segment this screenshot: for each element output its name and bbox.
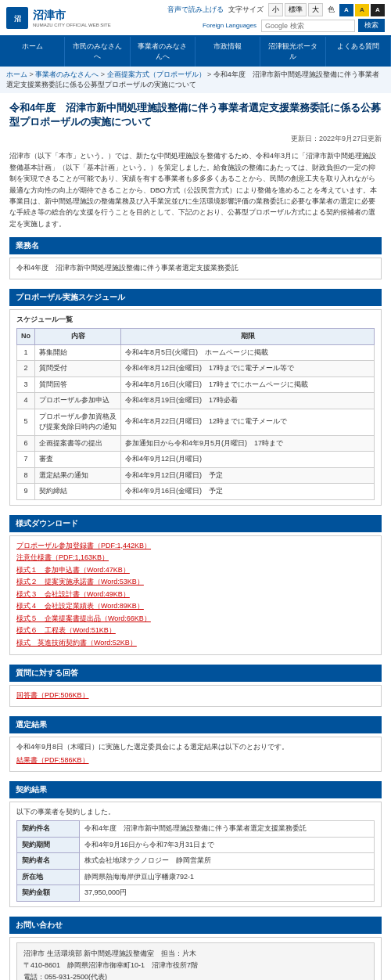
site-header: 沼 沼津市 NUMAZU CITY OFFICIAL WEB SITE 音声で読… bbox=[0, 0, 391, 37]
schedule-table: No 内容 期限 1 募集開始 令和4年8月5日(火曜日) ホームページに掲載 … bbox=[16, 328, 375, 500]
nav-faq[interactable]: よくある質問 bbox=[326, 37, 391, 67]
search-button[interactable]: 検索 bbox=[358, 19, 385, 32]
svg-text:沼: 沼 bbox=[14, 15, 21, 23]
download-item: プロポーザル参加登録書（PDF:1,442KB） bbox=[16, 541, 375, 552]
color-black-btn[interactable]: A bbox=[371, 4, 385, 16]
download-link[interactable]: 様式１ 参加申込書（Word:47KB） bbox=[16, 566, 130, 574]
qa-link[interactable]: 回答書（PDF:506KB） bbox=[16, 691, 89, 699]
cell-no: 3 bbox=[17, 377, 35, 393]
nav-city-info[interactable]: 市政情報 bbox=[196, 37, 260, 67]
color-buttons: A A A bbox=[339, 4, 385, 16]
font-size-buttons: 小 標準 大 bbox=[268, 3, 323, 16]
font-small-btn[interactable]: 小 bbox=[268, 3, 283, 16]
result-link-area: 結果書（PDF:586KB） bbox=[16, 755, 375, 766]
cell-date: 令和4年9月12日(月曜日) bbox=[121, 452, 375, 468]
contact-address: 沼津市 生活環境部 新中間処理施設整備室 担当：片木 bbox=[23, 948, 368, 960]
contract-value: 静岡県熱海海岸伊豆山字幡康792-1 bbox=[80, 869, 375, 885]
selection-text: 令和4年9月8日（木曜日）に実施した選定委員会による選定結果は以下のとおりです。 bbox=[16, 742, 375, 753]
download-link[interactable]: 様式６ 工程表（Word:51KB） bbox=[16, 626, 116, 634]
schedule-section: プロポーザル実施スケジュール スケジュール一覧 No 内容 期限 1 募集開始 … bbox=[9, 289, 382, 506]
contact-title: お問い合わせ bbox=[9, 917, 382, 934]
cell-no: 2 bbox=[17, 361, 35, 377]
breadcrumb-proposal[interactable]: 企画提案方式（プロポーザル） bbox=[107, 70, 206, 78]
color-blue-btn[interactable]: A bbox=[339, 4, 353, 16]
breadcrumb-business[interactable]: 事業者のみなさんへ bbox=[35, 70, 99, 78]
foreign-lang-link[interactable]: Foreign Languages bbox=[203, 22, 256, 29]
download-link[interactable]: プロポーザル参加登録書（PDF:1,442KB） bbox=[16, 542, 151, 549]
schedule-row: 3 質問回答 令和4年8月16日(火曜日) 17時までにホームページに掲載 bbox=[17, 377, 375, 393]
contract-row: 契約者名 株式会社地球テクノロジー 静岡営業所 bbox=[17, 853, 375, 870]
breadcrumb: ホーム > 事業者のみなさんへ > 企画提案方式（プロポーザル） > 令和4年度… bbox=[0, 67, 391, 93]
contract-label: 所在地 bbox=[17, 869, 80, 885]
contract-content: 以下の事業者を契約しました。 契約件名 令和4年度 沼津市新中間処理施設整備に伴… bbox=[9, 802, 382, 907]
selection-section: 選定結果 令和4年9月8日（木曜日）に実施した選定委員会による選定結果は以下のと… bbox=[9, 716, 382, 772]
nav-citizens[interactable]: 市民のみなさんへ bbox=[65, 37, 130, 67]
cell-date: 参加通知日から令和4年9月5月(月曜日) 17時まで bbox=[121, 435, 375, 452]
download-item: 様式２ 提案実施承諾書（Word:53KB） bbox=[16, 577, 375, 588]
nav-business[interactable]: 事業者のみなさんへ bbox=[131, 37, 196, 67]
breadcrumb-home[interactable]: ホーム bbox=[6, 70, 27, 78]
contact-box: 沼津市 生活環境部 新中間処理施設整備室 担当：片木 〒410-8601 静岡県… bbox=[16, 942, 375, 980]
cell-content: プロポーザル参加資格及び提案免除日時内の通知 bbox=[35, 409, 121, 435]
download-link[interactable]: 様式５ 企業提案書提出品（Word:66KB） bbox=[16, 614, 151, 622]
schedule-row: 8 選定結果の通知 令和4年9月12日(月曜日) 予定 bbox=[17, 467, 375, 484]
cell-content: 契約締結 bbox=[35, 484, 121, 500]
download-link[interactable]: 様式２ 提案実施承諾書（Word:53KB） bbox=[16, 578, 144, 585]
download-content: プロポーザル参加登録書（PDF:1,442KB）注意仕様書（PDF:1,163K… bbox=[9, 535, 382, 656]
cell-no: 6 bbox=[17, 435, 35, 452]
download-link[interactable]: 様式 英進技術契約書（Word:52KB） bbox=[16, 639, 137, 647]
contract-title: 契約結果 bbox=[9, 781, 382, 798]
nav-home[interactable]: ホーム bbox=[0, 37, 65, 67]
font-medium-btn[interactable]: 標準 bbox=[285, 3, 307, 16]
download-link[interactable]: 様式４ 会社設定業績表（Word:89KB） bbox=[16, 602, 144, 610]
contract-row: 契約件名 令和4年度 沼津市新中間処理施設整備に伴う事業者選定支援業務委託 bbox=[17, 821, 375, 838]
cell-content: 質問受付 bbox=[35, 361, 121, 377]
font-large-btn[interactable]: 大 bbox=[308, 3, 323, 16]
schedule-row: 9 契約締結 令和4年9月16日(金曜日) 予定 bbox=[17, 484, 375, 500]
result-link[interactable]: 結果書（PDF:586KB） bbox=[16, 756, 89, 764]
qa-title: 質問に対する回答 bbox=[9, 665, 382, 682]
contract-value: 株式会社地球テクノロジー 静岡営業所 bbox=[80, 853, 375, 870]
header-right: 音声で読み上げる 文字サイズ 小 標準 大 色 A A A Foreign La… bbox=[167, 3, 385, 32]
schedule-row: 6 企画提案書等の提出 参加通知日から令和4年9月5月(月曜日) 17時まで bbox=[17, 435, 375, 452]
nav-tourism[interactable]: 沼津観光ポータル bbox=[260, 37, 325, 67]
page-title: 令和4年度 沼津市新中間処理施設整備に伴う事業者選定支援業務委託に係る公募型プロ… bbox=[9, 101, 382, 129]
contract-value: 令和4年度 沼津市新中間処理施設整備に伴う事業者選定支援業務委託 bbox=[80, 821, 375, 838]
cell-date: 令和4年9月12日(月曜日) 予定 bbox=[121, 467, 375, 484]
download-item: 様式３ 会社設計書（Word:49KB） bbox=[16, 589, 375, 600]
site-logo-icon: 沼 bbox=[6, 7, 28, 29]
download-item: 様式５ 企業提案書提出品（Word:66KB） bbox=[16, 614, 375, 625]
contract-row: 所在地 静岡県熱海海岸伊豆山字幡康792-1 bbox=[17, 869, 375, 885]
voice-link[interactable]: 音声で読み上げる bbox=[167, 5, 224, 15]
cell-date: 令和4年9月16日(金曜日) 予定 bbox=[121, 484, 375, 500]
contract-row: 契約金額 37,950,000円 bbox=[17, 885, 375, 902]
cell-content: 選定結果の通知 bbox=[35, 467, 121, 484]
download-link[interactable]: 様式３ 会社設計書（Word:49KB） bbox=[16, 590, 130, 598]
color-label: 色 bbox=[328, 5, 335, 15]
contract-label: 契約期間 bbox=[17, 837, 80, 853]
search-input[interactable] bbox=[261, 20, 355, 32]
color-yellow-btn[interactable]: A bbox=[355, 4, 369, 16]
cell-content: プロポーザル参加申込 bbox=[35, 393, 121, 409]
download-link[interactable]: 注意仕様書（PDF:1,163KB） bbox=[16, 553, 109, 561]
download-section: 様式ダウンロード プロポーザル参加登録書（PDF:1,442KB）注意仕様書（P… bbox=[9, 515, 382, 656]
download-item: 様式４ 会社設定業績表（Word:89KB） bbox=[16, 601, 375, 612]
cell-date: 令和4年8月16日(火曜日) 17時までにホームページに掲載 bbox=[121, 377, 375, 393]
download-item: 様式１ 参加申込書（Word:47KB） bbox=[16, 565, 375, 576]
schedule-title: プロポーザル実施スケジュール bbox=[9, 289, 382, 306]
contract-label: 契約金額 bbox=[17, 885, 80, 902]
contract-label: 契約件名 bbox=[17, 821, 80, 838]
contact-postal: 〒410-8601 静岡県沼津市御幸町10-1 沼津市役所7階 bbox=[23, 960, 368, 971]
logo-sub: NUMAZU CITY OFFICIAL WEB SITE bbox=[33, 23, 111, 27]
cell-date: 令和4年8月19日(金曜日) 17時必着 bbox=[121, 393, 375, 409]
selection-content: 令和4年9月8日（木曜日）に実施した選定委員会による選定結果は以下のとおりです。… bbox=[9, 737, 382, 772]
main-content: 令和4年度 沼津市新中間処理施設整備に伴う事業者選定支援業務委託に係る公募型プロ… bbox=[0, 93, 391, 980]
qa-section: 質問に対する回答 回答書（PDF:506KB） bbox=[9, 665, 382, 707]
contract-table: 契約件名 令和4年度 沼津市新中間処理施設整備に伴う事業者選定支援業務委託 契約… bbox=[16, 820, 375, 902]
cell-content: 企画提案書等の提出 bbox=[35, 435, 121, 452]
selection-title: 選定結果 bbox=[9, 716, 382, 733]
contact-content: 沼津市 生活環境部 新中間処理施設整備室 担当：片木 〒410-8601 静岡県… bbox=[9, 937, 382, 980]
cell-date: 令和4年8月5日(火曜日) ホームページに掲載 bbox=[121, 344, 375, 361]
cell-no: 8 bbox=[17, 467, 35, 484]
contract-row: 契約期間 令和4年9月16日から令和7年3月31日まで bbox=[17, 837, 375, 853]
